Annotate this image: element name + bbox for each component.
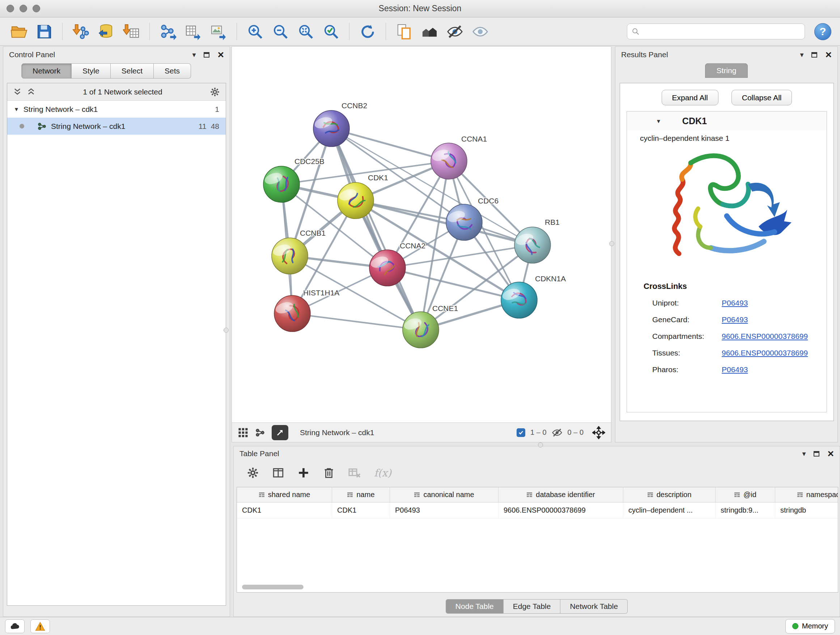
- show-columns-button[interactable]: [272, 467, 284, 479]
- table-panel: Table Panel ▾ × f(x) shared namenamecano…: [233, 446, 840, 617]
- tab-style[interactable]: Style: [72, 63, 111, 79]
- network-options-gear-icon[interactable]: [210, 87, 220, 97]
- zoom-out-button[interactable]: [269, 21, 292, 42]
- close-window-button[interactable]: [6, 5, 14, 12]
- selected-checkbox-icon[interactable]: [516, 428, 525, 437]
- tab-select[interactable]: Select: [111, 63, 154, 79]
- import-network-file-button[interactable]: [69, 21, 92, 42]
- crosslink-tissues[interactable]: 9606.ENSP00000378699: [722, 348, 808, 357]
- column-header-shared-name[interactable]: shared name: [237, 487, 332, 502]
- show-all-button[interactable]: [469, 21, 492, 42]
- table-cell[interactable]: stringdb:9...: [715, 502, 775, 518]
- birdseye-home-button[interactable]: [418, 21, 441, 42]
- crosslink-genecard[interactable]: P06493: [722, 315, 748, 324]
- table-cell[interactable]: cyclin–dependent ...: [623, 502, 715, 518]
- search-input[interactable]: [643, 27, 800, 36]
- refresh-button[interactable]: [356, 21, 379, 42]
- cloud-status-button[interactable]: [5, 619, 25, 633]
- save-session-button[interactable]: [33, 21, 56, 42]
- splitter-handle[interactable]: [538, 442, 543, 448]
- splitter-handle[interactable]: [224, 328, 229, 333]
- network-node-CDK1[interactable]: [338, 182, 374, 219]
- network-node-CDC6[interactable]: [446, 204, 482, 241]
- table-cell[interactable]: CDK1: [332, 502, 390, 518]
- tab-string[interactable]: String: [705, 63, 748, 78]
- column-header-namespace[interactable]: namespace: [775, 487, 838, 502]
- network-node-CDKN1A[interactable]: [501, 282, 537, 318]
- tab-network-table[interactable]: Network Table: [561, 599, 628, 614]
- hide-selected-button[interactable]: [443, 21, 466, 42]
- network-node-CCNA2[interactable]: [369, 250, 406, 286]
- collapse-all-button[interactable]: Collapse All: [731, 90, 792, 105]
- expand-all-tree-icon[interactable]: [13, 88, 22, 96]
- crosslink-pharos[interactable]: P06493: [722, 365, 748, 374]
- zoom-fit-button[interactable]: [294, 21, 317, 42]
- crosslink-uniprot[interactable]: P06493: [722, 299, 748, 307]
- grid-view-icon[interactable]: [238, 427, 248, 438]
- network-row-selected[interactable]: String Network – cdk1 11 48: [7, 118, 226, 135]
- collapse-all-tree-icon[interactable]: [27, 88, 35, 96]
- network-node-CDC25B[interactable]: [264, 166, 300, 203]
- network-glyph-icon[interactable]: [255, 428, 265, 438]
- export-image-button[interactable]: [207, 21, 230, 42]
- column-header-canonical-name[interactable]: canonical name: [390, 487, 499, 502]
- open-session-button[interactable]: [7, 21, 30, 42]
- column-header-name[interactable]: name: [332, 487, 390, 502]
- network-edge-CCNB2-CCNE1[interactable]: [332, 128, 421, 330]
- network-node-CCNE1[interactable]: [403, 312, 439, 348]
- table-options-gear-button[interactable]: [247, 467, 259, 479]
- table-cell[interactable]: 9606.ENSP00000378699: [499, 502, 623, 518]
- copy-document-button[interactable]: [393, 21, 416, 42]
- network-node-RB1[interactable]: [515, 227, 551, 263]
- minimize-window-button[interactable]: [19, 5, 27, 12]
- tab-node-table[interactable]: Node Table: [446, 599, 504, 614]
- table-cell[interactable]: stringdb: [775, 502, 838, 518]
- network-node-CCNB1[interactable]: [272, 238, 308, 274]
- crosslink-compartments[interactable]: 9606.ENSP00000378699: [722, 332, 808, 340]
- section-expander-icon[interactable]: ▼: [656, 118, 661, 124]
- network-edge-CCNE1-HIST1H1A[interactable]: [292, 314, 421, 330]
- network-node-CCNB2[interactable]: [313, 111, 349, 147]
- table-cell[interactable]: CDK1: [237, 502, 332, 518]
- network-canvas[interactable]: CCNB2CCNA1CDC25BCDK1CDC6RB1CCNB1CCNA2CDK…: [232, 47, 611, 423]
- tab-edge-table[interactable]: Edge Table: [504, 599, 561, 614]
- horizontal-scrollbar-thumb[interactable]: [242, 585, 303, 589]
- export-network-button[interactable]: [156, 21, 180, 42]
- float-panel-icon[interactable]: [812, 52, 817, 57]
- tab-network[interactable]: Network: [21, 63, 72, 79]
- maximize-window-button[interactable]: [33, 5, 40, 12]
- float-panel-icon[interactable]: [204, 52, 210, 57]
- column-header-description[interactable]: description: [623, 487, 715, 502]
- zoom-in-button[interactable]: [243, 21, 267, 42]
- tree-expander-icon[interactable]: ▼: [14, 106, 19, 112]
- float-panel-icon[interactable]: [813, 451, 819, 456]
- close-panel-icon[interactable]: ×: [827, 448, 834, 459]
- network-node-HIST1H1A[interactable]: [274, 295, 310, 332]
- tab-sets[interactable]: Sets: [154, 63, 191, 79]
- network-node-CCNA1[interactable]: [431, 143, 467, 179]
- gene-section-header[interactable]: ▼ CDK1: [627, 111, 827, 130]
- birdseye-toggle-button[interactable]: [272, 425, 288, 440]
- column-header-database-identifier[interactable]: database identifier: [499, 487, 623, 502]
- panel-menu-icon[interactable]: ▾: [802, 449, 806, 458]
- splitter-handle[interactable]: [609, 241, 614, 246]
- panel-menu-icon[interactable]: ▾: [800, 50, 804, 59]
- import-network-database-button[interactable]: [95, 21, 118, 42]
- add-column-button[interactable]: [297, 467, 309, 479]
- table-row[interactable]: CDK1CDK1P064939606.ENSP00000378699cyclin…: [237, 502, 838, 518]
- warnings-button[interactable]: [30, 619, 50, 633]
- column-header-id[interactable]: @id: [715, 487, 775, 502]
- export-table-button[interactable]: [182, 21, 205, 42]
- expand-all-button[interactable]: Expand All: [662, 90, 718, 105]
- delete-column-button[interactable]: [323, 467, 335, 479]
- network-collection-row[interactable]: ▼ String Network – cdk1 1: [7, 101, 226, 118]
- panel-menu-icon[interactable]: ▾: [192, 50, 196, 59]
- fit-content-crosshair-icon[interactable]: [592, 426, 605, 439]
- help-button[interactable]: ?: [814, 23, 831, 40]
- zoom-selected-button[interactable]: [319, 21, 343, 42]
- memory-button[interactable]: Memory: [785, 619, 835, 633]
- close-panel-icon[interactable]: ×: [825, 49, 832, 60]
- table-cell[interactable]: P06493: [390, 502, 499, 518]
- close-panel-icon[interactable]: ×: [218, 49, 224, 60]
- import-table-button[interactable]: [120, 21, 143, 42]
